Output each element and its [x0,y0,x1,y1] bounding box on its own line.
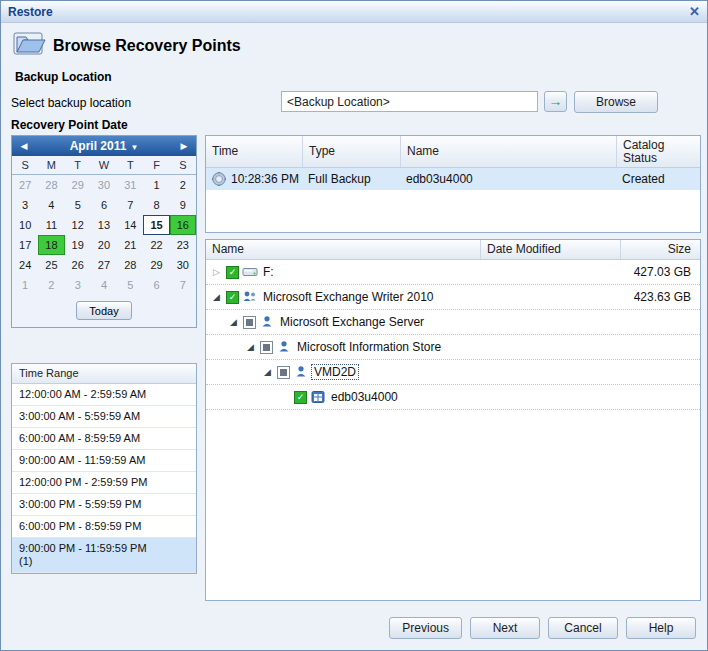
calendar-day[interactable]: 24 [12,255,38,275]
calendar-day[interactable]: 27 [91,255,117,275]
calendar-day[interactable]: 14 [117,215,143,235]
tree-column-header[interactable]: Name [206,240,481,259]
calendar-day[interactable]: 23 [170,235,196,255]
calendar-day[interactable]: 28 [38,175,64,195]
calendar-day[interactable]: 15 [143,215,169,235]
time-range-item[interactable]: 3:00:00 AM - 5:59:59 AM [12,406,196,428]
cancel-button[interactable]: Cancel [548,617,618,639]
calendar-month-label: April 2011 [70,139,127,153]
calendar-day[interactable]: 21 [117,235,143,255]
close-icon[interactable]: ✕ [689,4,700,19]
backup-row[interactable]: 10:28:36 PMFull Backupedb03u4000Created [206,168,700,190]
calendar-day[interactable]: 30 [170,255,196,275]
tree-item-label: Microsoft Exchange Writer 2010 [261,290,436,304]
calendar-day[interactable]: 27 [12,175,38,195]
calendar-day[interactable]: 13 [91,215,117,235]
checkbox-checked-icon[interactable]: ✓ [226,291,239,304]
calendar-day[interactable]: 19 [65,235,91,255]
calendar-day[interactable]: 8 [143,195,169,215]
go-arrow-button[interactable]: → [544,91,567,112]
calendar-month-selector[interactable]: April 2011▼ [36,139,172,153]
backup-table-header: TimeTypeNameCatalog Status [206,136,700,168]
calendar-day[interactable]: 16 [170,215,196,235]
expander-expanded-icon[interactable]: ◢ [210,292,223,302]
checkbox-partial-icon[interactable] [277,366,290,379]
calendar-day[interactable]: 5 [117,275,143,295]
calendar-day[interactable]: 30 [91,175,117,195]
calendar-day[interactable]: 4 [38,195,64,215]
time-range-item[interactable]: 9:00:00 AM - 11:59:59 AM [12,450,196,472]
time-range-item[interactable]: 3:00:00 PM - 5:59:59 PM [12,494,196,516]
time-range-header: Time Range [12,364,196,384]
calendar-day[interactable]: 31 [117,175,143,195]
expander-expanded-icon[interactable]: ◢ [227,317,240,327]
calendar-day[interactable]: 12 [65,215,91,235]
tree-column-header[interactable]: Size [621,240,700,259]
calendar-day[interactable]: 1 [143,175,169,195]
calendar-day[interactable]: 29 [143,255,169,275]
backup-location-section-label: Backup Location [15,70,112,84]
calendar-day[interactable]: 28 [117,255,143,275]
calendar-day[interactable]: 17 [12,235,38,255]
calendar-dropdown-icon: ▼ [130,143,138,152]
calendar-day[interactable]: 18 [38,235,64,255]
calendar-day[interactable]: 9 [170,195,196,215]
browse-button[interactable]: Browse [574,91,658,113]
today-button[interactable]: Today [76,301,131,320]
tree-column-header[interactable]: Date Modified [481,240,621,259]
previous-button[interactable]: Previous [389,617,462,639]
window-title: Restore [8,5,53,19]
backup-column-header[interactable]: Time [206,136,303,167]
calendar-day[interactable]: 2 [170,175,196,195]
calendar-day[interactable]: 26 [65,255,91,275]
calendar-day[interactable]: 1 [12,275,38,295]
checkbox-partial-icon[interactable] [260,341,273,354]
checkbox-checked-icon[interactable]: ✓ [294,391,307,404]
tree-row[interactable]: ◢Microsoft Exchange Server [206,310,700,335]
next-button[interactable]: Next [470,617,540,639]
expander-collapsed-icon[interactable]: ▷ [210,267,223,277]
checkbox-partial-icon[interactable] [243,316,256,329]
calendar-day[interactable]: 22 [143,235,169,255]
time-range-panel: Time Range 12:00:00 AM - 2:59:59 AM3:00:… [11,363,197,574]
tree-item-label: VMD2D [312,365,358,379]
backup-column-header[interactable]: Catalog Status [617,136,700,167]
calendar-day[interactable]: 6 [143,275,169,295]
calendar-day[interactable]: 20 [91,235,117,255]
checkbox-partial-inner [263,344,270,351]
time-range-item[interactable]: 6:00:00 AM - 8:59:59 AM [12,428,196,450]
backup-location-input[interactable] [281,91,538,112]
calendar-day[interactable]: 4 [91,275,117,295]
time-range-label: 9:00:00 AM - 11:59:59 AM [19,454,145,466]
calendar-day[interactable]: 7 [170,275,196,295]
time-range-item[interactable]: 6:00:00 PM - 8:59:59 PM [12,516,196,538]
calendar-day[interactable]: 3 [12,195,38,215]
tree-row[interactable]: ◢Microsoft Information Store [206,335,700,360]
calendar-day[interactable]: 25 [38,255,64,275]
help-button[interactable]: Help [626,617,696,639]
calendar-next-icon[interactable]: ▶ [172,141,196,151]
tree-row[interactable]: ◢✓Microsoft Exchange Writer 2010423.63 G… [206,285,700,310]
calendar-day[interactable]: 10 [12,215,38,235]
checkbox-checked-icon[interactable]: ✓ [226,266,239,279]
calendar-day[interactable]: 2 [38,275,64,295]
tree-row[interactable]: ✓edb03u4000 [206,385,700,410]
time-range-item[interactable]: 12:00:00 PM - 2:59:59 PM [12,472,196,494]
calendar-day[interactable]: 7 [117,195,143,215]
tree-row[interactable]: ◢VMD2D [206,360,700,385]
calendar: ◀ April 2011▼ ▶ SMTWTFS 2728293031123456… [11,135,197,328]
expander-expanded-icon[interactable]: ◢ [261,367,274,377]
backup-icon [211,171,227,187]
calendar-prev-icon[interactable]: ◀ [12,141,36,151]
backup-column-header[interactable]: Name [401,136,617,167]
time-range-item[interactable]: 9:00:00 PM - 11:59:59 PM(1) [12,538,196,573]
calendar-day[interactable]: 5 [65,195,91,215]
calendar-day[interactable]: 6 [91,195,117,215]
expander-expanded-icon[interactable]: ◢ [244,342,257,352]
calendar-day[interactable]: 11 [38,215,64,235]
calendar-day[interactable]: 29 [65,175,91,195]
time-range-item[interactable]: 12:00:00 AM - 2:59:59 AM [12,384,196,406]
tree-row[interactable]: ▷✓F:427.03 GB [206,260,700,285]
backup-column-header[interactable]: Type [303,136,401,167]
calendar-day[interactable]: 3 [65,275,91,295]
